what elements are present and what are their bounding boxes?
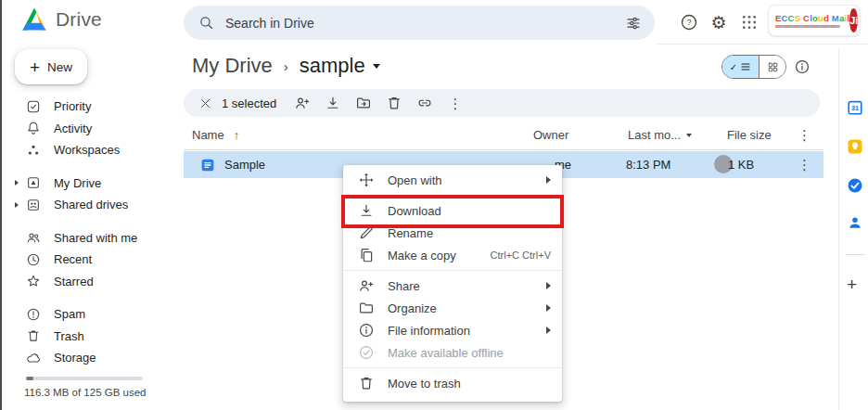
search-filter-icon[interactable]: [625, 15, 642, 32]
google-docs-icon: [200, 151, 215, 178]
account-badge-tagline: [775, 25, 840, 28]
menu-divider: [343, 270, 562, 271]
shared-with-me-icon: [26, 230, 41, 245]
bell-icon: [26, 121, 41, 135]
list-view-button[interactable]: ✓: [722, 56, 759, 78]
clear-selection-icon[interactable]: [196, 94, 214, 112]
rail-divider: [846, 254, 864, 255]
sidebar-item-workspaces[interactable]: Workspaces: [4, 139, 176, 161]
trash-icon: [358, 375, 375, 391]
apps-grid-icon[interactable]: [739, 12, 760, 32]
expand-caret-icon[interactable]: [15, 202, 19, 208]
sidebar-item-trash[interactable]: Trash: [4, 326, 176, 348]
modified-time: 8:13 PM: [626, 151, 670, 178]
search-bar[interactable]: [184, 6, 655, 40]
submenu-arrow-icon: [546, 282, 551, 289]
menu-item-organize[interactable]: Organize: [343, 297, 562, 319]
sidebar-item-activity[interactable]: Activity: [4, 118, 176, 140]
grid-icon: [767, 61, 779, 73]
contacts-icon[interactable]: [847, 214, 863, 231]
copy-icon: [358, 247, 375, 263]
folder-icon: [358, 300, 375, 316]
sidebar-item-recent[interactable]: Recent: [4, 249, 176, 271]
drive-wordmark: Drive: [56, 8, 102, 31]
search-icon: [198, 15, 214, 31]
priority-icon: [26, 99, 41, 114]
new-button[interactable]: + New: [15, 49, 87, 84]
share-person-add-icon[interactable]: [290, 93, 314, 113]
column-header-owner[interactable]: Owner: [533, 128, 568, 142]
sidebar-item-storage[interactable]: Storage: [4, 347, 176, 369]
menu-item-make-a-copy[interactable]: Make a copy Ctrl+C Ctrl+V: [343, 244, 562, 266]
selection-toolbar: 1 selected ⋮: [184, 89, 820, 117]
tasks-icon[interactable]: [847, 177, 863, 194]
menu-item-open-with[interactable]: Open with: [343, 169, 562, 191]
sort-ascending-icon: ↑: [234, 128, 240, 142]
storage-usage-text: 116.3 MB of 125 GB used: [24, 387, 146, 398]
add-panel-app-icon[interactable]: +: [847, 275, 857, 293]
my-drive-icon: [26, 175, 41, 190]
calendar-icon[interactable]: 31: [847, 99, 863, 116]
help-icon[interactable]: ?: [679, 12, 699, 32]
sidebar-item-priority[interactable]: Priority: [4, 96, 176, 118]
folder-dropdown-caret-icon: [373, 64, 380, 69]
sidebar-item-shared-drives[interactable]: Shared drives: [4, 194, 176, 216]
workspaces-icon: [26, 143, 41, 158]
view-toggle: ✓: [721, 55, 786, 79]
google-drive-window: Drive ? ⚙ ECCS Cloud Mail: [0, 0, 868, 410]
user-avatar[interactable]: Ji: [849, 8, 858, 32]
copy-link-icon[interactable]: [413, 93, 437, 113]
column-header-modified[interactable]: Last mo...: [628, 128, 692, 142]
details-info-icon[interactable]: [794, 58, 811, 75]
download-icon[interactable]: [321, 93, 345, 113]
file-name: Sample: [224, 151, 265, 178]
table-header-divider: [184, 149, 823, 150]
breadcrumb-current-folder[interactable]: sample: [300, 54, 380, 78]
info-icon: [358, 322, 375, 339]
grid-view-button[interactable]: [759, 56, 785, 78]
menu-item-rename[interactable]: Rename: [343, 222, 562, 244]
column-header-size[interactable]: File size: [727, 128, 772, 142]
column-options-icon[interactable]: ⋮: [798, 128, 811, 142]
settings-gear-icon[interactable]: ⚙: [708, 12, 729, 32]
sidebar-item-spam[interactable]: Spam: [4, 303, 176, 326]
menu-item-share[interactable]: Share: [343, 275, 562, 297]
breadcrumb-chevron-icon: ›: [284, 58, 288, 74]
search-input[interactable]: [225, 16, 625, 31]
spam-icon: [26, 307, 41, 322]
sidebar-item-my-drive[interactable]: My Drive: [4, 173, 176, 195]
sidebar-item-starred[interactable]: Starred: [4, 271, 176, 293]
cloud-icon: [26, 351, 41, 365]
star-icon: [26, 274, 41, 288]
menu-item-move-to-trash[interactable]: Move to trash: [343, 372, 562, 394]
storage-progress-bar: [26, 377, 143, 380]
svg-text:31: 31: [851, 105, 859, 112]
selection-count-label: 1 selected: [222, 96, 279, 110]
account-badge[interactable]: ECCS Cloud Mail Ji: [768, 5, 861, 36]
submenu-arrow-icon: [546, 176, 551, 184]
list-icon: [740, 61, 751, 72]
drive-logo[interactable]: Drive: [20, 6, 102, 32]
context-menu: Open with Download Rename Make a copy Ct…: [343, 165, 562, 402]
menu-item-file-information[interactable]: File information: [343, 319, 562, 341]
menu-item-download[interactable]: Download: [343, 199, 562, 222]
clock-icon: [26, 252, 41, 267]
shared-drives-icon: [26, 198, 41, 212]
move-to-folder-icon[interactable]: [351, 93, 376, 113]
menu-divider: [343, 367, 562, 368]
sidebar-item-shared-with-me[interactable]: Shared with me: [4, 227, 176, 250]
expand-caret-icon[interactable]: [15, 180, 19, 186]
trash-icon[interactable]: [382, 93, 406, 113]
storage-used-segment: [26, 377, 33, 380]
row-more-actions-icon[interactable]: ⋮: [798, 151, 811, 178]
menu-divider: [343, 195, 562, 196]
column-header-name[interactable]: Name ↑: [192, 128, 239, 142]
keep-icon[interactable]: [847, 138, 863, 155]
rename-pencil-icon: [358, 224, 375, 241]
breadcrumb: My Drive › sample: [192, 54, 380, 78]
share-person-add-icon: [358, 277, 375, 294]
file-size: 1 KB: [728, 151, 754, 178]
breadcrumb-my-drive[interactable]: My Drive: [192, 54, 273, 78]
shortcut-label: Ctrl+C Ctrl+V: [491, 250, 551, 261]
more-actions-icon[interactable]: ⋮: [443, 93, 467, 113]
